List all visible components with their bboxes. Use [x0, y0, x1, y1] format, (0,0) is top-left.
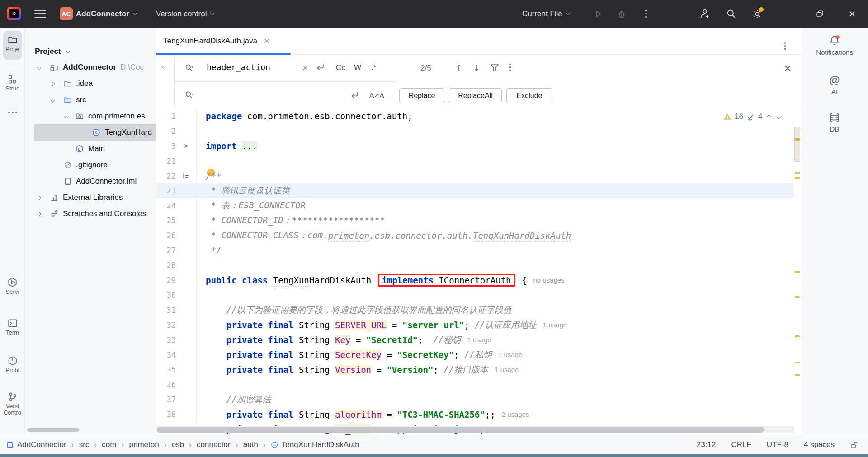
- code-line-23[interactable]: 23 * 腾讯云硬盘认证类: [156, 183, 794, 198]
- code-text[interactable]: private final String Version = "Version"…: [196, 362, 794, 377]
- regex-toggle[interactable]: .*: [371, 63, 376, 72]
- chevron-down-icon[interactable]: [38, 66, 41, 69]
- code-line-22[interactable]: 22/**: [156, 168, 794, 183]
- breadcrumb-item[interactable]: primeton: [129, 440, 159, 449]
- toolwindow-vcs-button[interactable]: Versi Contro: [0, 392, 25, 416]
- toolwindow-terminal-button[interactable]: Term: [0, 318, 25, 336]
- error-stripe[interactable]: [794, 108, 801, 435]
- breadcrumb-item[interactable]: CTengXunHardDiskAuth: [271, 440, 359, 449]
- chevron-down-icon[interactable]: [65, 115, 68, 118]
- window-restore-button[interactable]: [814, 0, 826, 28]
- more-tool-windows-button[interactable]: [0, 112, 25, 113]
- preserve-case-toggle[interactable]: A↗A: [369, 91, 384, 99]
- code-line-29[interactable]: 29public class TengXunHardDiskAuth imple…: [156, 273, 794, 287]
- line-separator-widget[interactable]: CRLF: [731, 440, 751, 449]
- database-button[interactable]: DB: [801, 112, 868, 133]
- code-line-30[interactable]: 30: [156, 287, 794, 302]
- error-stripe-mark[interactable]: [795, 335, 800, 337]
- search-input[interactable]: header_action: [207, 62, 270, 72]
- toolwindow-structure-button[interactable]: Struc: [0, 75, 25, 92]
- code-line-37[interactable]: 37 //加密算法: [156, 392, 794, 407]
- code-text[interactable]: */: [196, 243, 794, 258]
- tab-close-icon[interactable]: ✕: [264, 37, 270, 46]
- code-text[interactable]: [196, 153, 794, 168]
- gutter-cell[interactable]: >: [176, 141, 196, 150]
- code-line-1[interactable]: 1package com.primeton.esb.connector.auth…: [156, 108, 794, 123]
- window-close-button[interactable]: ✕: [846, 0, 858, 28]
- search-options-menu[interactable]: [509, 64, 511, 71]
- tree-item-tengxunhard[interactable]: CTengXunHard: [25, 124, 156, 141]
- code-text[interactable]: //加密算法: [196, 392, 794, 407]
- horizontal-scrollbar-thumb[interactable]: [157, 427, 764, 433]
- code-text[interactable]: public class TengXunHardDiskAuth impleme…: [196, 273, 794, 287]
- code-editor[interactable]: 1package com.primeton.esb.connector.auth…: [156, 108, 801, 435]
- debug-button[interactable]: [616, 0, 627, 28]
- code-text[interactable]: * 表：ESB_CONNECTOR: [196, 198, 794, 213]
- close-search-icon[interactable]: ✕: [783, 63, 792, 75]
- tree-item--idea[interactable]: .idea: [25, 75, 156, 92]
- vertical-scrollbar-thumb[interactable]: [794, 127, 800, 162]
- toolwindow-services-button[interactable]: Servi: [0, 277, 25, 295]
- project-avatar[interactable]: AC: [60, 7, 73, 20]
- filter-search-icon[interactable]: [490, 63, 500, 73]
- code-text[interactable]: * CONNECTOR_CLASS：com.primeton.esb.conne…: [196, 228, 794, 243]
- code-text[interactable]: [196, 258, 794, 273]
- code-line-34[interactable]: 34 private final String SecretKey = "Sec…: [156, 347, 794, 362]
- replace-field-icon[interactable]: [184, 90, 194, 100]
- breadcrumb-item[interactable]: src: [79, 440, 90, 449]
- run-configuration-selector[interactable]: Current File: [522, 0, 570, 28]
- project-panel-header[interactable]: Project: [35, 46, 70, 57]
- code-line-26[interactable]: 26 * CONNECTOR_CLASS：com.primeton.esb.co…: [156, 228, 794, 243]
- notifications-button[interactable]: Notifications: [801, 35, 868, 56]
- code-text[interactable]: private final String algorithm = "TC3-HM…: [196, 407, 794, 422]
- editor-options-menu[interactable]: [784, 38, 786, 50]
- code-line-35[interactable]: 35 private final String Version = "Versi…: [156, 362, 794, 377]
- code-line-21[interactable]: 21: [156, 153, 794, 168]
- code-line-33[interactable]: 33 private final String Key = "SecretId"…: [156, 332, 794, 347]
- code-line-31[interactable]: 31 //以下为验证需要的字段，将通过此字段值获取界面配置的同名认证字段值: [156, 302, 794, 317]
- code-text[interactable]: [196, 287, 794, 302]
- tree-item-addconnector[interactable]: AddConnectorD:\Coc: [25, 59, 156, 75]
- tree-horizontal-scrollbar[interactable]: [27, 428, 79, 432]
- toolwindow-project-button[interactable]: Proje: [0, 35, 25, 52]
- more-actions-menu[interactable]: [640, 0, 652, 28]
- fold-arrow-icon[interactable]: >: [184, 141, 189, 150]
- code-text[interactable]: * 腾讯云硬盘认证类: [196, 183, 794, 198]
- tree-item-external-libraries[interactable]: External Libraries: [25, 189, 156, 206]
- error-stripe-mark[interactable]: [795, 374, 800, 376]
- tree-item-main[interactable]: CMain: [25, 141, 156, 157]
- chevron-right-icon[interactable]: [38, 212, 41, 216]
- code-text[interactable]: [196, 123, 794, 138]
- breadcrumb-item[interactable]: AddConnector: [6, 440, 66, 449]
- unlock-icon[interactable]: [850, 441, 858, 449]
- gutter-cell[interactable]: [176, 172, 196, 179]
- code-line-3[interactable]: 3>import ...: [156, 138, 794, 153]
- code-text[interactable]: private final String SERVER_URL = "serve…: [196, 317, 794, 332]
- code-text[interactable]: package com.primeton.esb.connector.auth;: [196, 108, 794, 123]
- tree-item--gitignore[interactable]: .gitignore: [25, 157, 156, 173]
- replace-all-button[interactable]: Replace All: [449, 88, 502, 103]
- code-line-38[interactable]: 38 private final String algorithm = "TC3…: [156, 407, 794, 422]
- project-widget[interactable]: AddConnector: [76, 0, 137, 28]
- code-text[interactable]: private final String SecretKey = "Secret…: [196, 347, 794, 362]
- tree-item-scratches-and-consoles[interactable]: Scratches and Consoles: [25, 206, 156, 222]
- horizontal-scrollbar[interactable]: [156, 426, 794, 433]
- settings-button[interactable]: [751, 0, 763, 28]
- tree-item-com-primeton-es[interactable]: com.primeton.es: [25, 108, 156, 124]
- encoding-widget[interactable]: UTF-8: [767, 440, 788, 449]
- chevron-right-icon[interactable]: [38, 196, 41, 199]
- vcs-widget[interactable]: Version control: [156, 0, 214, 28]
- error-stripe-mark[interactable]: [795, 172, 800, 174]
- error-stripe-mark[interactable]: [795, 177, 800, 179]
- inspections-widget[interactable]: 16 4: [723, 112, 782, 121]
- search-field-icon[interactable]: [184, 63, 194, 73]
- editor-tab[interactable]: TengXunHardDiskAuth.java ✕: [156, 28, 276, 55]
- code-text[interactable]: //以下为验证需要的字段，将通过此字段值获取界面配置的同名认证字段值: [196, 302, 794, 317]
- intellij-logo-icon[interactable]: IJ: [7, 7, 21, 20]
- caret-position-widget[interactable]: 23:12: [697, 440, 716, 449]
- new-line-icon[interactable]: [315, 62, 325, 72]
- code-text[interactable]: import ...: [196, 138, 794, 153]
- main-menu-icon[interactable]: [34, 10, 46, 18]
- code-line-25[interactable]: 25 * CONNECTOR_ID：******************: [156, 213, 794, 228]
- next-occurrence-button[interactable]: ↓: [473, 63, 480, 73]
